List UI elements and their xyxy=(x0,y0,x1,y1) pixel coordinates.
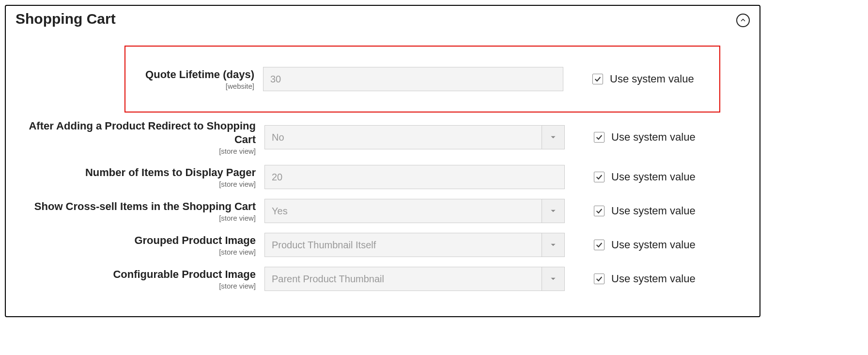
select-caret xyxy=(542,199,564,223)
input-col: Parent Product Thumbnail xyxy=(264,267,565,291)
row-cross-sell: Show Cross-sell Items in the Shopping Ca… xyxy=(16,194,750,228)
field-label: Quote Lifetime (days) xyxy=(145,68,254,81)
field-scope: [store view] xyxy=(219,180,256,188)
field-label: Configurable Product Image xyxy=(113,268,256,281)
label-col: Quote Lifetime (days) [website] xyxy=(127,68,263,91)
select-value: Parent Product Thumbnail xyxy=(265,267,542,290)
row-grouped-image: Grouped Product Image [store view] Produ… xyxy=(16,228,750,262)
use-system-checkbox[interactable] xyxy=(594,132,604,143)
panel-title: Shopping Cart xyxy=(16,11,116,31)
cross-sell-select[interactable]: Yes xyxy=(264,199,565,223)
use-system-checkbox[interactable] xyxy=(592,74,603,84)
input-col xyxy=(263,67,563,91)
system-value-col: Use system value xyxy=(565,273,696,285)
system-value-col: Use system value xyxy=(565,171,696,183)
select-value: Yes xyxy=(265,199,542,223)
use-system-label: Use system value xyxy=(611,205,696,217)
label-col: Configurable Product Image [store view] xyxy=(17,268,264,290)
field-scope: [store view] xyxy=(219,214,256,222)
input-col: No xyxy=(264,125,565,149)
items-pager-input[interactable] xyxy=(264,165,565,189)
input-col xyxy=(264,165,565,189)
chevron-down-icon xyxy=(550,208,557,214)
use-system-checkbox[interactable] xyxy=(594,274,604,284)
redirect-after-add-select[interactable]: No xyxy=(264,125,565,149)
quote-lifetime-input[interactable] xyxy=(263,67,563,91)
select-caret xyxy=(542,126,564,149)
panel-header: Shopping Cart xyxy=(16,11,750,31)
system-value-col: Use system value xyxy=(565,131,696,144)
input-col: Product Thumbnail Itself xyxy=(264,233,565,257)
chevron-down-icon xyxy=(550,134,557,141)
field-scope: [store view] xyxy=(219,248,256,256)
label-col: Number of Items to Display Pager [store … xyxy=(17,166,264,189)
use-system-checkbox[interactable] xyxy=(594,172,604,182)
row-quote-lifetime: Quote Lifetime (days) [website] Use syst… xyxy=(124,46,720,113)
label-col: Grouped Product Image [store view] xyxy=(17,234,264,257)
chevron-down-icon xyxy=(550,242,557,248)
use-system-label: Use system value xyxy=(611,171,696,183)
use-system-label: Use system value xyxy=(610,73,694,85)
check-icon xyxy=(595,133,603,141)
select-caret xyxy=(542,233,564,257)
shopping-cart-panel: Shopping Cart Quote Lifetime (days) [web… xyxy=(5,5,760,317)
field-scope: [website] xyxy=(226,82,254,90)
fields-container: Quote Lifetime (days) [website] Use syst… xyxy=(16,46,750,296)
use-system-checkbox[interactable] xyxy=(594,240,604,250)
check-icon xyxy=(595,241,603,249)
chevron-down-icon xyxy=(550,275,557,282)
row-configurable-image: Configurable Product Image [store view] … xyxy=(16,262,750,296)
row-redirect-after-add: After Adding a Product Redirect to Shopp… xyxy=(16,114,750,160)
check-icon xyxy=(595,275,603,283)
field-label: Grouped Product Image xyxy=(134,234,256,247)
row-items-pager: Number of Items to Display Pager [store … xyxy=(16,160,750,194)
collapse-button[interactable] xyxy=(736,14,750,27)
use-system-checkbox[interactable] xyxy=(594,206,604,216)
label-col: Show Cross-sell Items in the Shopping Ca… xyxy=(17,200,264,223)
input-col: Yes xyxy=(264,199,565,223)
system-value-col: Use system value xyxy=(563,73,694,85)
check-icon xyxy=(595,173,603,181)
select-value: No xyxy=(265,126,542,149)
check-icon xyxy=(595,207,603,215)
label-col: After Adding a Product Redirect to Shopp… xyxy=(17,119,264,155)
use-system-label: Use system value xyxy=(611,131,696,144)
field-scope: [store view] xyxy=(219,282,256,290)
grouped-image-select[interactable]: Product Thumbnail Itself xyxy=(264,233,565,257)
select-caret xyxy=(542,267,564,290)
system-value-col: Use system value xyxy=(565,239,696,251)
chevron-up-icon xyxy=(740,17,746,23)
field-label: Show Cross-sell Items in the Shopping Ca… xyxy=(34,200,256,213)
field-label: Number of Items to Display Pager xyxy=(85,166,256,179)
configurable-image-select[interactable]: Parent Product Thumbnail xyxy=(264,267,565,291)
check-icon xyxy=(594,75,602,83)
system-value-col: Use system value xyxy=(565,205,696,217)
use-system-label: Use system value xyxy=(611,239,696,251)
field-label: After Adding a Product Redirect to Shopp… xyxy=(17,119,256,146)
field-scope: [store view] xyxy=(219,147,256,155)
select-value: Product Thumbnail Itself xyxy=(265,233,542,257)
use-system-label: Use system value xyxy=(611,273,696,285)
